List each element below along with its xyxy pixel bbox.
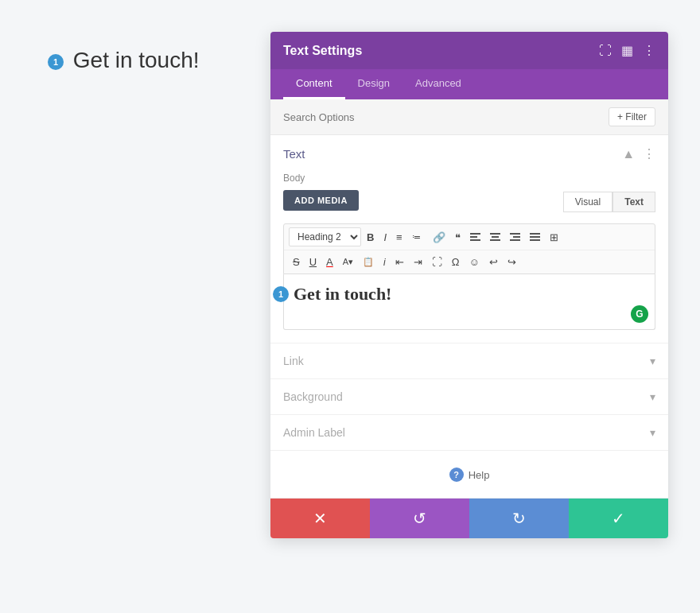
editor-heading: Get in touch!	[294, 284, 391, 305]
indent-button[interactable]: ⇥	[410, 254, 426, 270]
link-chevron-icon[interactable]: ▾	[650, 355, 655, 367]
table-button[interactable]: ⊞	[546, 229, 562, 246]
background-chevron-icon[interactable]: ▾	[650, 390, 655, 403]
svg-rect-7	[510, 233, 520, 235]
filter-button[interactable]: + Filter	[609, 107, 655, 126]
editor-content[interactable]: 1 Get in touch! G	[283, 274, 655, 330]
collapse-icon[interactable]: ▲	[622, 147, 635, 161]
visual-tab[interactable]: Visual	[563, 192, 612, 212]
cancel-button[interactable]: ✕	[270, 499, 370, 538]
redo-button[interactable]: ↻	[469, 499, 569, 538]
underline-button[interactable]: U	[305, 254, 321, 270]
text-section-title: Text	[283, 147, 305, 161]
section-more-icon[interactable]: ⋮	[643, 146, 655, 161]
svg-rect-5	[492, 236, 499, 238]
tab-content[interactable]: Content	[283, 69, 345, 99]
link-button[interactable]: 🔗	[429, 229, 449, 246]
svg-rect-10	[530, 233, 540, 235]
editor-tab-group: Visual Text	[563, 192, 655, 212]
add-media-button[interactable]: ADD MEDIA	[283, 190, 359, 211]
tab-bar: Content Design Advanced	[270, 69, 668, 99]
panel-header: Text Settings ⛶ ▦ ⋮	[270, 32, 668, 69]
more-vertical-icon[interactable]: ⋮	[643, 43, 655, 58]
panel-header-icons: ⛶ ▦ ⋮	[599, 43, 655, 58]
svg-rect-8	[513, 236, 520, 238]
background-section-title: Background	[283, 390, 343, 403]
italic2-button[interactable]: i	[379, 254, 390, 270]
svg-rect-2	[470, 236, 477, 238]
tab-advanced[interactable]: Advanced	[402, 69, 474, 99]
unordered-list-button[interactable]: ≡	[392, 229, 406, 246]
undo-button[interactable]: ↺	[370, 499, 469, 538]
link-section: Link ▾	[270, 343, 668, 379]
editor-toolbar: Paragraph Heading 1 Heading 2 Heading 3 …	[283, 223, 655, 274]
step-badge-background: 1	[48, 54, 64, 70]
admin-label-chevron-icon[interactable]: ▾	[650, 426, 655, 439]
background-section: Background ▾	[270, 379, 668, 415]
italic-button[interactable]: I	[379, 229, 391, 246]
svg-rect-11	[530, 236, 540, 238]
text-section-body: Body ADD MEDIA Visual Text Paragraph Hea…	[270, 173, 668, 343]
svg-rect-12	[530, 239, 540, 241]
svg-rect-6	[490, 239, 500, 241]
text-color-button[interactable]: A	[322, 254, 337, 270]
svg-rect-9	[510, 239, 520, 241]
align-right-button[interactable]	[506, 230, 524, 245]
action-bar: ✕ ↺ ↻ ✓	[270, 499, 668, 538]
tab-design[interactable]: Design	[345, 69, 402, 99]
text-section-header: Text ▲ ⋮	[270, 135, 668, 173]
fullscreen-icon[interactable]: ⛶	[599, 44, 612, 58]
outdent-button[interactable]: ⇤	[391, 254, 408, 270]
search-input[interactable]	[283, 111, 609, 123]
toolbar-row-1: Paragraph Heading 1 Heading 2 Heading 3 …	[284, 224, 655, 250]
bold-button[interactable]: B	[363, 229, 378, 246]
toolbar-row-2: S U A A▾ 📋 i ⇤ ⇥ ⛶ Ω ☺ ↩ ↪	[284, 250, 655, 274]
svg-text:≔: ≔	[412, 232, 421, 242]
help-section: ? Help	[270, 451, 668, 499]
align-center-button[interactable]	[486, 230, 504, 245]
text-section: Text ▲ ⋮ Body ADD MEDIA Visual Text	[270, 135, 668, 343]
text-settings-panel: Text Settings ⛶ ▦ ⋮ Content Design Advan…	[270, 32, 668, 538]
redo-editor-button[interactable]: ↪	[504, 254, 520, 270]
step-1-badge: 1	[273, 286, 289, 302]
text-section-icons: ▲ ⋮	[622, 146, 655, 161]
text-tab[interactable]: Text	[612, 192, 655, 212]
fullscreen2-button[interactable]: ⛶	[428, 254, 446, 270]
undo-editor-button[interactable]: ↩	[485, 254, 502, 270]
svg-rect-1	[470, 233, 480, 235]
svg-rect-4	[490, 233, 500, 235]
heading-select[interactable]: Paragraph Heading 1 Heading 2 Heading 3 …	[289, 227, 361, 246]
emoji-button[interactable]: ☺	[465, 254, 483, 270]
ordered-list-button[interactable]: ≔	[408, 229, 427, 245]
justify-button[interactable]	[526, 230, 544, 245]
body-label: Body	[283, 173, 655, 184]
background-heading: 1 Get in touch!	[48, 48, 200, 73]
align-left-button[interactable]	[466, 230, 484, 245]
paste-text-button[interactable]: 📋	[359, 254, 378, 270]
columns-icon[interactable]: ▦	[621, 43, 633, 58]
grammarly-badge: G	[631, 305, 648, 323]
admin-label-title: Admin Label	[283, 426, 345, 439]
help-icon: ?	[449, 468, 464, 482]
panel-title: Text Settings	[283, 44, 362, 58]
panel-body: Text ▲ ⋮ Body ADD MEDIA Visual Text	[270, 135, 668, 538]
strikethrough-button[interactable]: S	[289, 254, 304, 270]
svg-rect-3	[470, 239, 480, 241]
search-bar: + Filter	[270, 99, 668, 135]
blockquote-button[interactable]: ❝	[451, 229, 465, 246]
save-button[interactable]: ✓	[569, 499, 668, 538]
link-section-title: Link	[283, 355, 304, 367]
admin-label-section: Admin Label ▾	[270, 415, 668, 451]
help-link[interactable]: ? Help	[449, 468, 490, 482]
special-char-button[interactable]: Ω	[448, 254, 464, 270]
highlight-button[interactable]: A▾	[339, 254, 357, 270]
